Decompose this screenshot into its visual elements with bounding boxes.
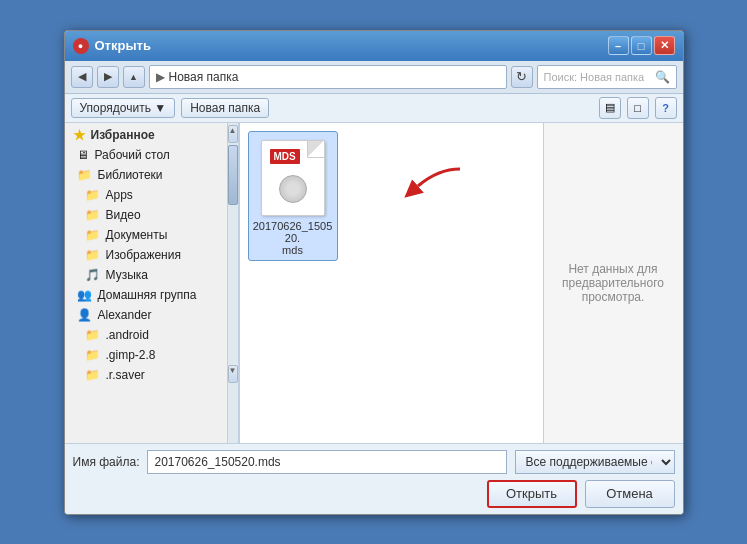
user-icon: 👤 — [77, 308, 92, 322]
breadcrumb-icon: ▶ — [156, 70, 165, 84]
cancel-button[interactable]: Отмена — [585, 480, 675, 508]
rsaver-folder-icon: 📁 — [85, 368, 100, 382]
apps-label: Apps — [106, 188, 133, 202]
sidebar-item-documents[interactable]: 📁 Документы — [65, 225, 227, 245]
images-label: Изображения — [106, 248, 181, 262]
app-icon: ● — [73, 38, 89, 54]
desktop-icon: 🖥 — [77, 148, 89, 162]
breadcrumb-folder: Новая папка — [169, 70, 239, 84]
filetype-select[interactable]: Все поддерживаемые образы — [515, 450, 675, 474]
refresh-button[interactable]: ↻ — [511, 66, 533, 88]
scroll-thumb[interactable] — [228, 145, 238, 205]
homegroup-icon: 👥 — [77, 288, 92, 302]
sidebar-scrollbar[interactable]: ▲ ▼ — [227, 123, 239, 443]
documents-icon: 📁 — [85, 228, 100, 242]
sidebar-item-homegroup[interactable]: 👥 Домашняя группа — [65, 285, 227, 305]
sidebar-item-libraries[interactable]: 📁 Библиотеки — [65, 165, 227, 185]
open-button[interactable]: Открыть — [487, 480, 577, 508]
favorites-title: Избранное — [91, 128, 155, 142]
arrow-indicator — [388, 161, 468, 214]
file-item-mds[interactable]: MDS 20170626_150520. mds — [248, 131, 338, 261]
gimp-folder-icon: 📁 — [85, 348, 100, 362]
sidebar-item-music[interactable]: 🎵 Музыка — [65, 265, 227, 285]
up-button[interactable]: ▲ — [123, 66, 145, 88]
sidebar-item-apps[interactable]: 📁 Apps — [65, 185, 227, 205]
close-button[interactable]: ✕ — [654, 36, 675, 55]
mds-file-icon: MDS — [257, 136, 329, 216]
images-icon: 📁 — [85, 248, 100, 262]
sidebar-item-rsaver[interactable]: 📁 .r.saver — [65, 365, 227, 385]
gimp-label: .gimp-2.8 — [106, 348, 156, 362]
sidebar-item-alexander[interactable]: 👤 Alexander — [65, 305, 227, 325]
search-box[interactable]: Поиск: Новая папка 🔍 — [537, 65, 677, 89]
desktop-label: Рабочий стол — [95, 148, 170, 162]
sidebar: ★ Избранное 🖥 Рабочий стол 📁 Библиотеки … — [65, 123, 227, 443]
address-bar: ◀ ▶ ▲ ▶ Новая папка ↻ Поиск: Новая папка… — [65, 61, 683, 94]
libraries-icon: 📁 — [77, 168, 92, 182]
toolbar: Упорядочить ▼ Новая папка ▤ □ ? — [65, 94, 683, 123]
back-button[interactable]: ◀ — [71, 66, 93, 88]
video-label: Видео — [106, 208, 141, 222]
sidebar-area: ★ Избранное 🖥 Рабочий стол 📁 Библиотеки … — [65, 123, 240, 443]
user-label: Alexander — [98, 308, 152, 322]
star-icon: ★ — [73, 127, 86, 143]
window-controls: – □ ✕ — [608, 36, 675, 55]
documents-label: Документы — [106, 228, 168, 242]
dialog-title: Открыть — [95, 38, 608, 53]
view-list-button[interactable]: ▤ — [599, 97, 621, 119]
music-label: Музыка — [106, 268, 148, 282]
file-area: MDS 20170626_150520. mds — [240, 123, 543, 443]
main-content: ★ Избранное 🖥 Рабочий стол 📁 Библиотеки … — [65, 123, 683, 443]
filename-input[interactable] — [147, 450, 506, 474]
sidebar-item-video[interactable]: 📁 Видео — [65, 205, 227, 225]
apps-folder-icon: 📁 — [85, 188, 100, 202]
android-label: .android — [106, 328, 149, 342]
new-folder-button[interactable]: Новая папка — [181, 98, 269, 118]
file-name: 20170626_150520. mds — [253, 220, 333, 256]
android-folder-icon: 📁 — [85, 328, 100, 342]
filename-row: Имя файла: Все поддерживаемые образы — [73, 450, 675, 474]
title-bar: ● Открыть – □ ✕ — [65, 31, 683, 61]
video-icon: 📁 — [85, 208, 100, 222]
rsaver-label: .r.saver — [106, 368, 145, 382]
music-icon: 🎵 — [85, 268, 100, 282]
mds-badge: MDS — [270, 149, 300, 164]
sidebar-item-android[interactable]: 📁 .android — [65, 325, 227, 345]
preview-text: Нет данных для предварительного просмотр… — [554, 262, 673, 304]
view-grid-button[interactable]: □ — [627, 97, 649, 119]
search-icon: 🔍 — [655, 70, 670, 84]
open-dialog: ● Открыть – □ ✕ ◀ ▶ ▲ ▶ Новая папка ↻ По… — [64, 30, 684, 515]
homegroup-label: Домашняя группа — [98, 288, 197, 302]
sidebar-item-desktop[interactable]: 🖥 Рабочий стол — [65, 145, 227, 165]
libraries-label: Библиотеки — [98, 168, 163, 182]
filename-label: Имя файла: — [73, 455, 140, 469]
breadcrumb[interactable]: ▶ Новая папка — [149, 65, 507, 89]
actions-row: Открыть Отмена — [73, 480, 675, 508]
forward-button[interactable]: ▶ — [97, 66, 119, 88]
favorites-section: ★ Избранное — [65, 123, 227, 145]
maximize-button[interactable]: □ — [631, 36, 652, 55]
preview-area: Нет данных для предварительного просмотр… — [543, 123, 683, 443]
organize-button[interactable]: Упорядочить ▼ — [71, 98, 176, 118]
minimize-button[interactable]: – — [608, 36, 629, 55]
sidebar-item-images[interactable]: 📁 Изображения — [65, 245, 227, 265]
bottom-bar: Имя файла: Все поддерживаемые образы Отк… — [65, 443, 683, 514]
help-button[interactable]: ? — [655, 97, 677, 119]
search-placeholder: Поиск: Новая папка — [544, 71, 645, 83]
file-page: MDS — [261, 140, 325, 216]
sidebar-item-gimp[interactable]: 📁 .gimp-2.8 — [65, 345, 227, 365]
